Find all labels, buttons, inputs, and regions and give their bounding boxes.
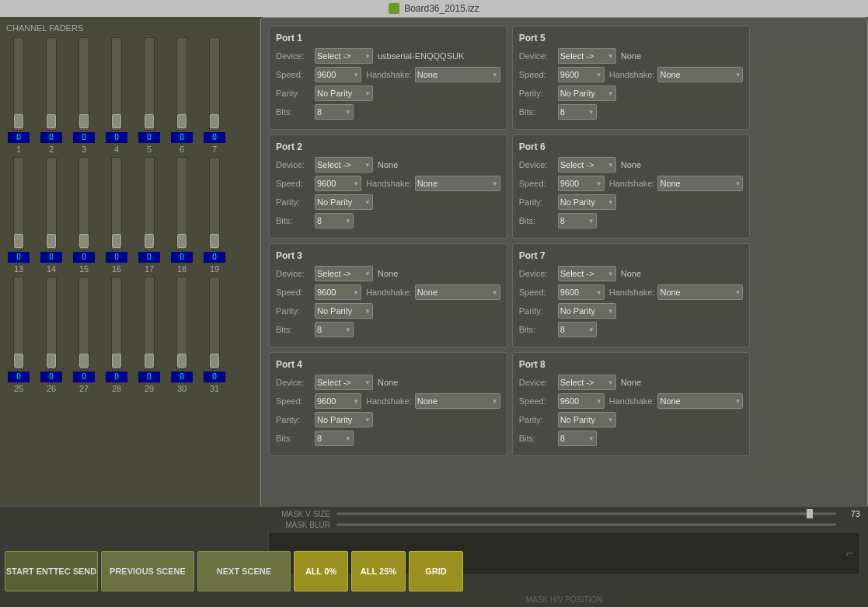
fader-track[interactable] (209, 157, 220, 250)
bits-select-wrapper[interactable]: 8 (315, 431, 354, 446)
fader-handle[interactable] (145, 234, 154, 248)
device-select[interactable]: Select -> (315, 375, 373, 390)
bits-select-wrapper[interactable]: 8 (315, 322, 354, 337)
bits-select-wrapper[interactable]: 8 (315, 104, 354, 120)
fader-channel-26[interactable]: 0 26 (36, 277, 67, 393)
bits-select[interactable]: 8 (315, 104, 354, 120)
fader-track[interactable] (13, 37, 24, 131)
fader-handle[interactable] (145, 114, 154, 128)
fader-track[interactable] (46, 277, 57, 370)
fader-track[interactable] (13, 157, 24, 250)
fader-channel-29[interactable]: 0 29 (134, 277, 165, 393)
bits-select-wrapper[interactable]: 8 (558, 213, 597, 228)
speed-select[interactable]: 9600 (558, 393, 605, 409)
device-select-wrapper[interactable]: Select -> (315, 375, 373, 390)
device-select-wrapper[interactable]: Select -> (315, 266, 373, 281)
bits-select[interactable]: 8 (315, 322, 354, 337)
device-select[interactable]: Select -> (558, 266, 616, 281)
handshake-select[interactable]: None (415, 393, 500, 409)
handshake-select[interactable]: None (415, 284, 500, 300)
fader-handle[interactable] (14, 234, 23, 248)
fader-track[interactable] (111, 277, 122, 370)
handshake-select-wrapper[interactable]: None (657, 284, 743, 300)
handshake-select-wrapper[interactable]: None (415, 284, 500, 300)
fader-handle[interactable] (112, 234, 121, 248)
speed-select-wrapper[interactable]: 9600 (558, 393, 605, 409)
fader-channel-2[interactable]: 0 2 (36, 37, 67, 154)
fader-track[interactable] (209, 277, 220, 370)
parity-select[interactable]: No Parity (315, 303, 373, 319)
fader-channel-3[interactable]: 0 3 (68, 37, 99, 154)
fader-track[interactable] (78, 157, 89, 250)
parity-select-wrapper[interactable]: No Parity (315, 194, 373, 210)
parity-select[interactable]: No Parity (558, 412, 616, 427)
handshake-select[interactable]: None (415, 176, 500, 191)
fader-channel-14[interactable]: 0 14 (36, 157, 67, 274)
parity-select[interactable]: No Parity (315, 412, 373, 427)
parity-select[interactable]: No Parity (315, 194, 373, 210)
handshake-select-wrapper[interactable]: None (415, 67, 500, 82)
handshake-select-wrapper[interactable]: None (657, 176, 743, 191)
fader-handle[interactable] (47, 114, 56, 128)
parity-select-wrapper[interactable]: No Parity (315, 85, 373, 101)
parity-select-wrapper[interactable]: No Parity (558, 303, 616, 319)
fader-handle[interactable] (79, 354, 89, 368)
fader-handle[interactable] (177, 354, 186, 368)
start-enttec-send-button[interactable]: START ENTTEC SEND (5, 551, 98, 591)
fader-track[interactable] (176, 157, 187, 250)
fader-track[interactable] (46, 157, 57, 250)
fader-channel-6[interactable]: 0 6 (166, 37, 197, 154)
device-select[interactable]: Select -> (558, 48, 616, 64)
fader-handle[interactable] (47, 234, 56, 248)
bits-select[interactable]: 8 (315, 431, 354, 446)
speed-select-wrapper[interactable]: 9600 (558, 176, 605, 191)
fader-handle[interactable] (112, 354, 121, 368)
fader-handle[interactable] (47, 354, 56, 368)
speed-select[interactable]: 9600 (315, 67, 361, 82)
fader-channel-30[interactable]: 0 30 (166, 277, 197, 393)
speed-select[interactable]: 9600 (558, 176, 605, 191)
fader-handle[interactable] (210, 354, 219, 368)
handshake-select[interactable]: None (657, 176, 743, 191)
handshake-select-wrapper[interactable]: None (415, 393, 500, 409)
device-select[interactable]: Select -> (558, 375, 616, 390)
all-0-button[interactable]: ALL 0% (294, 551, 348, 591)
parity-select-wrapper[interactable]: No Parity (315, 303, 373, 319)
fader-channel-16[interactable]: 0 16 (101, 157, 132, 274)
fader-channel-1[interactable]: 0 1 (3, 37, 34, 154)
fader-track[interactable] (13, 277, 24, 370)
parity-select[interactable]: No Parity (558, 194, 616, 210)
device-select[interactable]: Select -> (315, 48, 373, 64)
handshake-select-wrapper[interactable]: None (415, 176, 500, 191)
fader-handle[interactable] (210, 114, 219, 128)
mask-v-size-slider[interactable] (336, 508, 836, 519)
fader-channel-25[interactable]: 0 25 (3, 277, 34, 393)
parity-select-wrapper[interactable]: No Parity (315, 412, 373, 427)
parity-select[interactable]: No Parity (315, 85, 373, 101)
bits-select-wrapper[interactable]: 8 (558, 104, 597, 120)
fader-track[interactable] (46, 37, 57, 131)
bits-select-wrapper[interactable]: 8 (558, 322, 597, 337)
device-select-wrapper[interactable]: Select -> (315, 48, 373, 64)
fader-track[interactable] (209, 37, 220, 131)
fader-channel-13[interactable]: 0 13 (3, 157, 34, 274)
handshake-select-wrapper[interactable]: None (657, 67, 743, 82)
speed-select[interactable]: 9600 (558, 67, 605, 82)
device-select[interactable]: Select -> (315, 266, 373, 281)
fader-channel-15[interactable]: 0 15 (68, 157, 99, 274)
parity-select[interactable]: No Parity (558, 303, 616, 319)
bits-select[interactable]: 8 (315, 213, 354, 228)
fader-track[interactable] (111, 157, 122, 250)
fader-track[interactable] (111, 37, 122, 131)
bits-select[interactable]: 8 (558, 104, 597, 120)
mask-v-size-handle[interactable] (807, 509, 813, 518)
handshake-select[interactable]: None (415, 67, 500, 82)
bits-select[interactable]: 8 (558, 213, 597, 228)
handshake-select[interactable]: None (657, 393, 743, 409)
speed-select-wrapper[interactable]: 9600 (315, 67, 361, 82)
fader-track[interactable] (78, 37, 89, 131)
speed-select[interactable]: 9600 (315, 393, 361, 409)
mask-blur-slider[interactable] (336, 519, 836, 530)
bits-select-wrapper[interactable]: 8 (558, 431, 597, 446)
fader-handle[interactable] (210, 234, 219, 248)
